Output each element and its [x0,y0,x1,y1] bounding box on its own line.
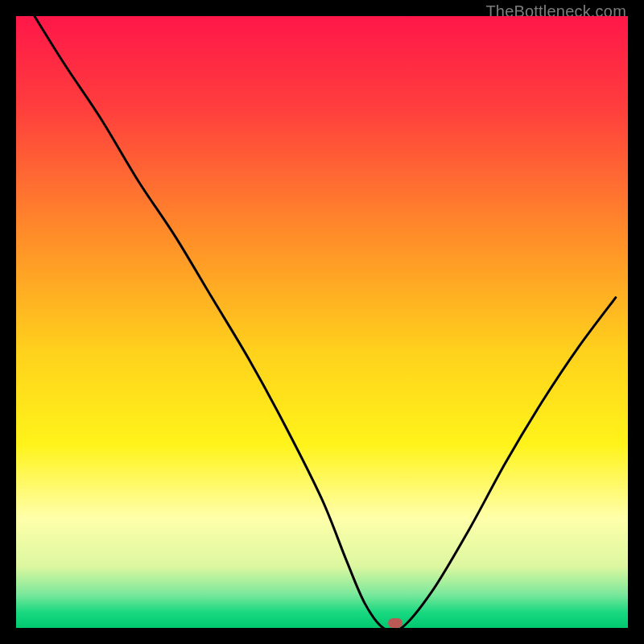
plot-area [16,16,628,628]
curve-layer [16,16,628,628]
bottleneck-marker [388,618,402,628]
bottleneck-curve-path [35,16,616,628]
chart-frame: TheBottleneck.com [0,0,644,644]
